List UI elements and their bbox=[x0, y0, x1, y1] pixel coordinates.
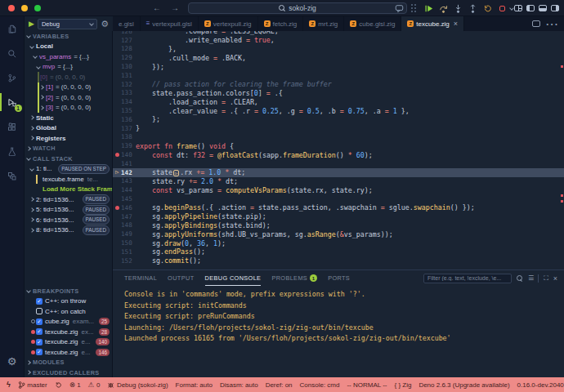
step-over-button[interactable] bbox=[436, 2, 450, 15]
section-watch[interactable]: WATCH bbox=[25, 144, 112, 154]
section-variables[interactable]: VARIABLES bbox=[25, 31, 112, 42]
close-tab-icon[interactable]: × bbox=[454, 20, 458, 28]
code-line-150[interactable]: 150 sg.draw(0, 36, 1); bbox=[113, 238, 564, 247]
nav-forward-icon[interactable]: → bbox=[171, 2, 179, 14]
customize-layout-icon[interactable] bbox=[514, 5, 522, 11]
panel-tab-problems[interactable]: PROBLEMS1 bbox=[271, 270, 317, 286]
scope-static[interactable]: Static bbox=[25, 113, 112, 123]
code-line-144[interactable]: 144 const vs_params = computeVsParams(st… bbox=[113, 185, 564, 194]
section-breakpoints[interactable]: BREAKPOINTS bbox=[25, 286, 112, 296]
code-line-134[interactable]: 134 .load_action = .CLEAR, bbox=[113, 97, 564, 106]
close-panel-icon[interactable]: × bbox=[553, 274, 557, 283]
breakpoint-checkbox[interactable] bbox=[36, 308, 43, 314]
scope-global[interactable]: Global bbox=[25, 123, 112, 134]
tab-e.glsl[interactable]: e.glsl bbox=[113, 16, 141, 31]
step-out-button[interactable] bbox=[466, 2, 479, 15]
code-line-139[interactable]: 139export fn frame() void { bbox=[113, 141, 564, 150]
activity-extensions[interactable] bbox=[0, 114, 25, 139]
continue-button[interactable] bbox=[422, 2, 435, 15]
command-center-search[interactable]: sokol-zig bbox=[188, 2, 407, 14]
thread-row[interactable]: 1: ti...PAUSED ON STEP bbox=[25, 164, 112, 175]
activity-references[interactable] bbox=[0, 163, 25, 188]
code-line-128[interactable]: 128 }, bbox=[113, 45, 564, 54]
breakpoint-checkbox[interactable]: ✓ bbox=[36, 298, 43, 305]
code-line-127[interactable]: 127 .write_enabled = true, bbox=[113, 36, 564, 45]
code-line-132[interactable]: 132 // pass action for clearing the fram… bbox=[113, 80, 564, 89]
code-line-141[interactable]: 141 bbox=[113, 159, 564, 168]
comment-button[interactable] bbox=[392, 2, 405, 15]
code-line-145[interactable]: 145 bbox=[113, 194, 564, 203]
code-line-151[interactable]: 151 sg.endPass(); bbox=[113, 247, 564, 256]
activity-explorer[interactable] bbox=[0, 16, 25, 41]
variable-row[interactable]: vs_params= {...} bbox=[25, 51, 112, 62]
stop-dropdown-chevron-icon[interactable] bbox=[509, 6, 514, 11]
activity-settings[interactable]: ⚙ bbox=[0, 350, 25, 374]
status-debug-sokol-zig[interactable]: Debug (sokol-zig) bbox=[107, 381, 168, 389]
status-normal[interactable]: -- NORMAL -- bbox=[347, 381, 387, 389]
panel-tab-ports[interactable]: PORTS bbox=[328, 270, 350, 286]
scope-local[interactable]: Local bbox=[25, 42, 112, 52]
code-line-136[interactable]: 136 }; bbox=[113, 115, 564, 124]
thread-row[interactable]: 2: tid=1536...PAUSED bbox=[25, 194, 112, 205]
breakpoint-checkbox[interactable]: ✓ bbox=[36, 328, 43, 335]
code-line-140[interactable]: 140 const dt: f32 = @floatCast(sapp.fram… bbox=[113, 150, 564, 159]
code-line-142[interactable]: ▷142 state▷.rx += 1.0 * dt; bbox=[113, 168, 564, 177]
breakpoint-row[interactable]: ✓C++: on throw bbox=[25, 296, 112, 307]
thread-row[interactable]: 5: tid=1536...PAUSED bbox=[25, 205, 112, 216]
console-filter-input[interactable] bbox=[423, 274, 512, 283]
breakpoint-checkbox[interactable]: ✓ bbox=[36, 318, 43, 325]
code-line-138[interactable]: 138 bbox=[113, 133, 564, 142]
code-line-137[interactable]: 137} bbox=[113, 124, 564, 133]
code-line-129[interactable]: 129 .cull_mode = .BACK, bbox=[113, 53, 564, 62]
thread-row[interactable]: 6: tid=1536...PAUSED bbox=[25, 215, 112, 225]
status-0[interactable]: ⚠0 bbox=[88, 381, 101, 389]
restart-button[interactable] bbox=[481, 2, 494, 15]
tab-mrt.zig[interactable]: Zmrt.zig bbox=[303, 16, 344, 31]
code-line-131[interactable]: 131 bbox=[113, 71, 564, 80]
variable-row[interactable]: mvp= {...} bbox=[25, 62, 112, 73]
panel-tab-debug-console[interactable]: DEBUG CONSOLE bbox=[205, 270, 262, 286]
minimize-window-button[interactable] bbox=[21, 5, 28, 11]
breakpoint-row[interactable]: C++: on catch bbox=[25, 306, 112, 317]
current-step-arrow-icon[interactable]: ▷ bbox=[113, 170, 121, 176]
activity-run-and-debug[interactable]: 1 bbox=[0, 90, 25, 114]
code-line-146[interactable]: 146 sg.beginPass(.{ .action = state.pass… bbox=[113, 203, 564, 212]
code-editor[interactable]: 126 .compare = .LESS_EQUAL,127 .write_en… bbox=[113, 31, 564, 270]
section-excluded-callers[interactable]: EXCLUDED CALLERS bbox=[25, 368, 112, 377]
breakpoint-glyph-icon[interactable] bbox=[113, 206, 121, 210]
status-remote[interactable]: ϟ bbox=[7, 381, 11, 389]
toggle-primary-sidebar-icon[interactable] bbox=[526, 5, 535, 11]
status-disasm-auto[interactable]: Disasm: auto bbox=[220, 381, 258, 389]
code-line-149[interactable]: 149 sg.applyUniforms(shd.UB_vs_params, s… bbox=[113, 229, 564, 238]
status-master[interactable]: master bbox=[18, 381, 47, 390]
grip-button[interactable] bbox=[407, 2, 420, 15]
breakpoint-glyph-icon[interactable] bbox=[113, 153, 121, 157]
load-more-stack-frames-link[interactable]: Load More Stack Frame bbox=[25, 185, 112, 195]
tab-vertexpull.glsl[interactable]: ≡vertexpull.glsl bbox=[141, 16, 199, 31]
status-sync[interactable] bbox=[55, 381, 62, 389]
tab-texcube.zig[interactable]: Ztexcube.zig× bbox=[401, 16, 464, 31]
status-deno-2-6-3-upgrade-available[interactable]: Deno 2.6.3 (Upgrade available) bbox=[419, 381, 509, 389]
toggle-panel-icon[interactable] bbox=[539, 5, 547, 11]
breakpoint-row[interactable]: ✓cube.zigexam...25 bbox=[25, 317, 112, 327]
breakpoint-checkbox[interactable]: ✓ bbox=[36, 339, 43, 345]
variable-row[interactable]: [0]= (0, 0, 0, 0) bbox=[25, 72, 112, 82]
code-line-148[interactable]: 148 sg.applyBindings(state.bind); bbox=[113, 221, 564, 230]
status-deref-on[interactable]: Deref: on bbox=[266, 381, 293, 389]
more-actions-icon[interactable]: ⋯ bbox=[545, 16, 558, 31]
tab-cube.glsl.zig[interactable]: Zcube.glsl.zig bbox=[344, 16, 401, 31]
split-editor-icon[interactable] bbox=[532, 20, 540, 27]
variable-row[interactable]: [2]= (0, 0, 0, 0) bbox=[25, 92, 112, 103]
activity-testing[interactable] bbox=[0, 139, 25, 163]
panel-tab-output[interactable]: OUTPUT bbox=[168, 270, 194, 286]
find-icon[interactable] bbox=[517, 275, 523, 282]
status-1[interactable]: ⊗1 bbox=[69, 381, 81, 389]
tab-vertexpull.zig[interactable]: Zvertexpull.zig bbox=[199, 16, 258, 31]
tab-fetch.zig[interactable]: Zfetch.zig bbox=[258, 16, 304, 31]
status-zig[interactable]: { } Zig bbox=[394, 381, 411, 389]
launch-config-select[interactable]: Debug bbox=[38, 19, 97, 29]
code-line-130[interactable]: 130 }); bbox=[113, 62, 564, 71]
activity-source-control[interactable] bbox=[0, 65, 25, 90]
step-into-button[interactable] bbox=[451, 2, 464, 15]
filter-settings-icon[interactable]: ☰ bbox=[528, 274, 533, 282]
